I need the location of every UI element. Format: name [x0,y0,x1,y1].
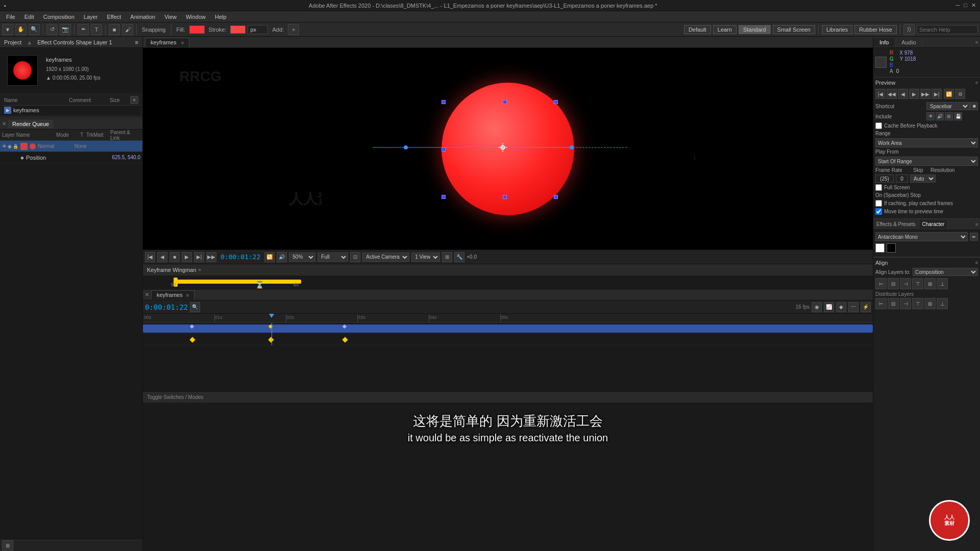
align-bottom-btn[interactable]: ⊥ [937,278,948,289]
resolution-select[interactable]: Auto [910,174,936,183]
keyframe-bar-menu[interactable]: ≡ [199,267,201,272]
stroke-width-input[interactable] [248,25,268,34]
handle-bl[interactable] [442,195,446,199]
quality-select[interactable]: FullHalfQuarter [317,253,348,262]
menu-help[interactable]: Help [211,13,231,21]
handle-tc[interactable] [503,100,507,104]
preview-prev-btn[interactable]: ◀ [898,89,908,99]
project-options-btn[interactable]: ≡ [130,96,138,104]
select-tool[interactable]: ▼ [2,24,13,35]
tl-keyframe-btn[interactable]: ◆ [836,302,846,312]
preset-standard[interactable]: Standard [739,25,771,34]
include-video-btn[interactable]: 👁 [926,112,935,120]
dist-right-btn[interactable]: ⊣ [900,298,911,309]
preview-to-end-btn[interactable]: ▶| [932,89,942,99]
handle-tl[interactable] [442,100,446,104]
search-expand-btn[interactable]: ⟩⟩ [903,24,915,35]
shortcut-select[interactable]: Spacebar [926,102,970,110]
timeline-tab-menu[interactable]: ≡ [186,293,189,298]
include-cache-btn[interactable]: 💾 [954,112,962,120]
dist-center-h-btn[interactable]: ⊟ [888,298,899,309]
include-audio-btn[interactable]: 🔊 [936,112,944,120]
audio-tab[interactable]: Audio [895,38,922,46]
menu-animation[interactable]: Animation [126,13,159,21]
play-btn[interactable]: ▶ [182,252,192,262]
timeline-playhead[interactable] [272,323,272,345]
prev-frame-btn[interactable]: ◀ [157,252,167,262]
dist-left-btn[interactable]: ⊢ [875,298,887,309]
render-btn[interactable]: 🔧 [454,252,464,262]
render-queue-close-btn[interactable]: ✕ [2,121,6,127]
layer-solo-btn[interactable]: ◉ [8,144,12,149]
shape-tool[interactable]: ■ [109,24,120,35]
timeline-comp-tab[interactable]: keyframes ≡ [151,290,194,299]
preview-menu[interactable]: ≡ [975,80,978,85]
font-fill-color[interactable] [875,243,885,253]
tl-solo-btn[interactable]: ◉ [812,302,822,312]
tl-draft-btn[interactable]: ⚡ [861,302,871,312]
shortcut-record-btn[interactable]: ⏺ [970,102,978,110]
toggle-switches-label[interactable]: Toggle Switches / Modes [147,394,204,400]
close-btn[interactable]: ✕ [971,2,976,9]
preview-loop-btn[interactable]: 🔁 [944,89,954,99]
menu-file[interactable]: File [2,13,19,21]
font-stroke-color[interactable] [887,243,896,253]
comp-tab-keyframes[interactable]: keyframes ≡ [145,38,189,47]
pen-tool[interactable]: ✒ [78,24,89,35]
align-right-btn[interactable]: ⊣ [900,278,911,289]
brush-tool[interactable]: 🖌 [122,24,133,35]
zoom-select[interactable]: 50%25%100% [289,253,315,262]
effects-presets-tab[interactable]: Effects & Presets [873,220,919,228]
play-from-select[interactable]: Start Of Range [875,157,978,166]
libraries-btn[interactable]: Libraries [822,25,852,34]
tl-graph-btn[interactable]: 📈 [824,302,834,312]
preview-to-start-btn[interactable]: |◀ [875,89,886,99]
ram-preview-btn[interactable]: ▶▶ [206,252,216,262]
align-top-btn[interactable]: ⊤ [912,278,923,289]
include-overlays-btn[interactable]: ⊞ [945,112,953,120]
move-time-checkbox[interactable] [875,208,882,215]
menu-composition[interactable]: Composition [39,13,79,21]
list-item[interactable]: ▶ keyframes [2,106,140,115]
maximize-btn[interactable]: □ [964,2,967,9]
preview-play-btn[interactable]: ▶ [909,89,919,99]
handle-br[interactable] [554,195,558,199]
menu-window[interactable]: Window [182,13,210,21]
fast-forward-to-end-btn[interactable]: ▶| [194,252,204,262]
handle-tr[interactable] [554,100,558,104]
timeline-close-btn[interactable]: ✕ [145,292,149,297]
camera-select[interactable]: Active Camera [362,253,409,262]
comp-viewer[interactable]: RRCG 人人素材 RRCG 人人素材 RRCG [143,48,873,249]
add-btn[interactable]: + [288,24,299,35]
preview-options-btn[interactable]: ⚙ [955,89,965,99]
preview-prev-frame-btn[interactable]: ◀◀ [887,89,897,99]
preset-learn[interactable]: Learn [713,25,737,34]
mute-btn[interactable]: 🔊 [277,252,287,262]
camera-tool[interactable]: 📷 [60,24,71,35]
kf-range-bar[interactable] [174,280,301,284]
align-to-select[interactable]: Composition [913,268,978,276]
frame-rate-input[interactable] [875,174,894,183]
keyframe-2[interactable] [268,337,274,342]
character-tab[interactable]: Character [919,220,948,228]
timeline-search-btn[interactable]: 🔍 [190,302,200,312]
dist-bottom-btn[interactable]: ⊥ [937,298,948,309]
rubber-hose-btn[interactable]: Rubber Hose [854,25,897,34]
hand-tool[interactable]: ✋ [15,24,27,35]
align-center-h-btn[interactable]: ⊟ [888,278,899,289]
rotation-tool[interactable]: ↺ [46,24,58,35]
menu-effect[interactable]: Effect [103,13,125,21]
fill-color[interactable] [189,26,205,34]
if-caching-checkbox[interactable] [875,200,882,207]
table-row[interactable]: 👁 ◉ 🔒 Shape Layer 1 Normal None [0,141,142,152]
preset-small-screen[interactable]: Small Screen [773,25,815,34]
full-screen-checkbox[interactable] [875,184,882,191]
stroke-color[interactable] [230,26,246,34]
layer-track-bar[interactable] [143,324,873,333]
menu-edit[interactable]: Edit [20,13,38,21]
skip-input[interactable] [896,174,908,183]
render-queue-tab[interactable]: Render Queue [8,120,53,128]
loop-btn[interactable]: 🔁 [264,252,275,262]
preview-next-btn[interactable]: ▶▶ [920,89,930,99]
tl-motion-blur-btn[interactable]: 〰 [848,302,859,312]
